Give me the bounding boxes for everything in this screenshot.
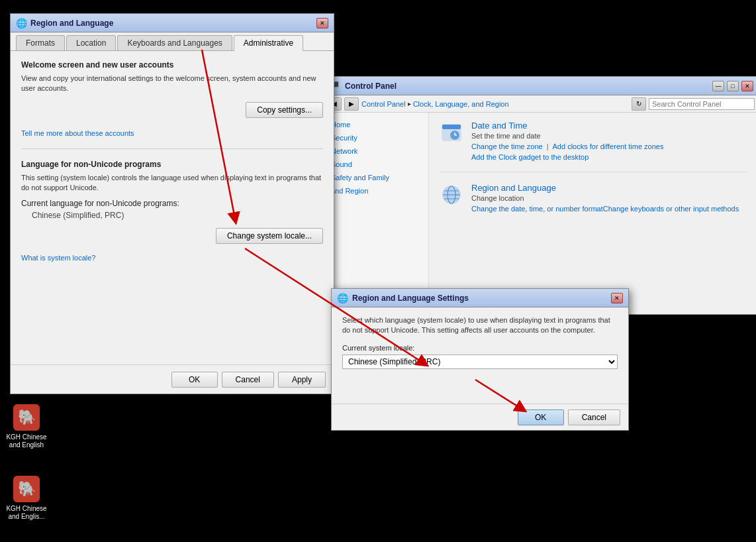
rd-change-btn-row: Change system locale... xyxy=(21,228,323,244)
ld-cancel-btn[interactable]: Cancel xyxy=(568,409,620,425)
cp-link-gadget[interactable]: Add the Clock gadget to the desktop xyxy=(471,153,589,161)
cp-maximize-btn[interactable]: □ xyxy=(727,81,739,91)
region-language-dialog: 🌐 Region and Language ✕ Formats Location… xyxy=(10,13,334,394)
ld-desc: Select which language (system locale) to… xyxy=(342,315,618,336)
cp-main: Date and Time Set the time and date Chan… xyxy=(429,113,756,314)
rd-lang-info: This setting (system locale) controls th… xyxy=(21,173,323,193)
datetime-desc: Set the time and date xyxy=(471,132,748,140)
cp-breadcrumb: Control Panel ▸ Clock, Language, and Reg… xyxy=(361,100,629,108)
sidebar-item-family[interactable]: Safety and Family xyxy=(323,171,428,184)
rd-cancel-btn[interactable]: Cancel xyxy=(222,372,274,388)
tab-location[interactable]: Location xyxy=(66,35,116,50)
tab-formats[interactable]: Formats xyxy=(16,35,65,50)
rd-welcome-title: Welcome screen and new user accounts xyxy=(21,60,323,70)
cp-section-datetime: Date and Time Set the time and date Chan… xyxy=(440,121,748,172)
ld-select-wrapper: Chinese (Simplified, PRC) xyxy=(342,354,618,369)
region-title[interactable]: Region and Language xyxy=(471,183,748,193)
sidebar-item-home[interactable]: Home xyxy=(323,118,428,131)
datetime-title[interactable]: Date and Time xyxy=(471,121,748,131)
rd-locale-value: Chinese (Simplified, PRC) xyxy=(32,211,323,220)
cp-sidebar: Home Security Network Sound Safety and F… xyxy=(323,113,429,314)
rd-content: Welcome screen and new user accounts Vie… xyxy=(11,51,334,371)
cp-forward-btn[interactable]: ▶ xyxy=(344,97,359,111)
ld-close-btn[interactable]: ✕ xyxy=(611,293,623,303)
tab-keyboards[interactable]: Keyboards and Languages xyxy=(117,35,232,50)
svg-rect-1 xyxy=(442,125,461,129)
datetime-links: Change the time zone | Add clocks for di… xyxy=(471,142,748,161)
cp-search-input[interactable] xyxy=(649,98,755,110)
cp-breadcrumb-sep1: ▸ xyxy=(408,100,411,107)
cp-title-text: Control Panel xyxy=(345,81,710,91)
sidebar-item-region[interactable]: and Region xyxy=(323,184,428,197)
cp-breadcrumb-clr[interactable]: Clock, Language, and Region xyxy=(413,100,509,108)
kgh-label-2: KGH Chinese and Englis... xyxy=(3,505,50,521)
rd-copy-btn-row: Copy settings... xyxy=(21,102,323,118)
kgh-label-1: KGH Chinese and English xyxy=(3,433,50,449)
sidebar-item-network[interactable]: Network xyxy=(323,144,428,158)
datetime-body: Date and Time Set the time and date Chan… xyxy=(471,121,748,161)
sidebar-item-sound[interactable]: Sound xyxy=(323,158,428,171)
rd-divider xyxy=(21,148,323,149)
ld-label: Current system locale: xyxy=(342,344,618,352)
desktop-icon-kgh1[interactable]: 🐘 KGH Chinese and English xyxy=(3,404,50,449)
sep1: | xyxy=(547,142,549,152)
locale-dialog: 🌐 Region and Language Settings ✕ Select … xyxy=(331,288,629,431)
rd-close-btn[interactable]: ✕ xyxy=(316,18,328,28)
ld-locale-select[interactable]: Chinese (Simplified, PRC) xyxy=(342,354,618,369)
kgh-icon-2: 🐘 xyxy=(13,476,40,502)
rd-welcome-section: Welcome screen and new user accounts Vie… xyxy=(21,60,323,138)
rd-footer: OK Cancel Apply xyxy=(11,364,334,394)
rd-change-locale-btn[interactable]: Change system locale... xyxy=(216,228,323,244)
rd-current-label: Current language for non-Unicode program… xyxy=(21,199,323,208)
datetime-icon xyxy=(440,121,463,144)
cp-titlebar: 🖥️ Control Panel — □ ✕ xyxy=(323,77,756,95)
rd-title-text: Region and Language xyxy=(30,19,316,28)
cp-link-format[interactable]: Change the date, time, or number format xyxy=(471,205,603,214)
tab-administrative[interactable]: Administrative xyxy=(234,35,303,51)
rd-title-icon: 🌐 xyxy=(16,18,26,28)
cp-content: Home Security Network Sound Safety and F… xyxy=(323,113,756,314)
ld-ok-btn[interactable]: OK xyxy=(518,409,564,425)
sidebar-item-security[interactable]: Security xyxy=(323,131,428,144)
region-body: Region and Language Change location Chan… xyxy=(471,183,748,214)
region-links: Change the date, time, or number format … xyxy=(471,205,748,214)
rd-welcome-desc: View and copy your international setting… xyxy=(21,74,323,94)
kgh-icon-1: 🐘 xyxy=(13,404,40,431)
rd-what-is-link[interactable]: What is system locale? xyxy=(21,254,95,262)
ld-titlebar: 🌐 Region and Language Settings ✕ xyxy=(332,289,628,307)
cp-refresh-btn[interactable]: ↻ xyxy=(632,97,646,111)
control-panel-window: 🖥️ Control Panel — □ ✕ ◀ ▶ Control Panel… xyxy=(322,76,756,315)
rd-apply-btn[interactable]: Apply xyxy=(278,372,326,388)
cp-link-keyboards[interactable]: Change keyboards or other input methods xyxy=(603,205,739,214)
cp-breadcrumb-cp[interactable]: Control Panel xyxy=(361,100,406,108)
rd-lang-section: Language for non-Unicode programs This s… xyxy=(21,160,323,262)
cp-minimize-btn[interactable]: — xyxy=(712,81,724,91)
rd-copy-settings-btn[interactable]: Copy settings... xyxy=(246,102,323,118)
rd-tabs: Formats Location Keyboards and Languages… xyxy=(11,32,334,51)
ld-title-text: Region and Language Settings xyxy=(352,294,611,303)
ld-title-icon: 🌐 xyxy=(337,293,348,303)
rd-titlebar: 🌐 Region and Language ✕ xyxy=(11,14,334,32)
cp-link-timezone[interactable]: Change the time zone xyxy=(471,142,543,152)
region-desc: Change location xyxy=(471,194,748,202)
rd-ok-btn[interactable]: OK xyxy=(171,372,218,388)
cp-close-btn[interactable]: ✕ xyxy=(741,81,753,91)
region-icon xyxy=(440,183,463,207)
desktop-icon-kgh2[interactable]: 🐘 KGH Chinese and Englis... xyxy=(3,476,50,521)
cp-link-clocks[interactable]: Add clocks for different time zones xyxy=(553,142,664,152)
rd-lang-title: Language for non-Unicode programs xyxy=(21,160,323,169)
cp-section-region: Region and Language Change location Chan… xyxy=(440,183,748,225)
ld-footer: OK Cancel xyxy=(332,404,628,430)
cp-toolbar: ◀ ▶ Control Panel ▸ Clock, Language, and… xyxy=(323,95,756,113)
rd-tell-me-link[interactable]: Tell me more about these accounts xyxy=(21,129,134,137)
ld-content: Select which language (system locale) to… xyxy=(332,307,628,377)
